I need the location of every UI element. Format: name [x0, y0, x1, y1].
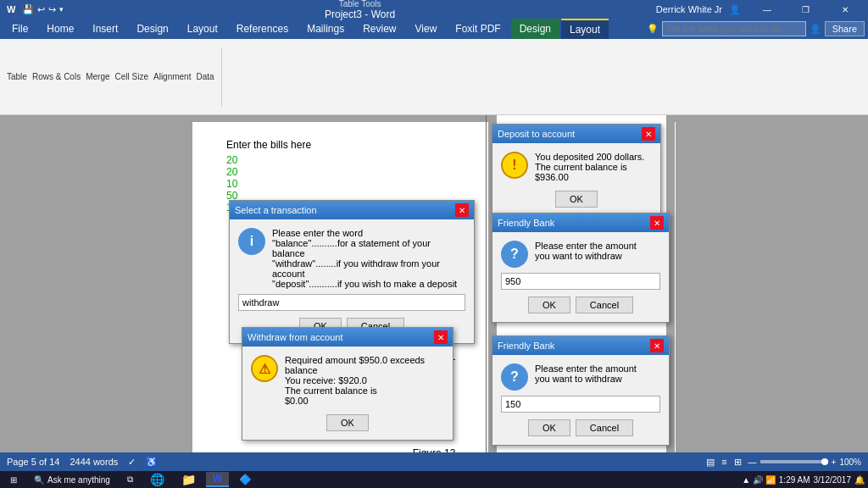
dialog-withdraw-buttons: OK [251, 414, 444, 431]
zoom-out-icon[interactable]: — [748, 458, 757, 467]
tab-design[interactable]: Design [128, 19, 176, 39]
tab-mailings[interactable]: Mailings [298, 19, 353, 39]
dialog-fb1-ok[interactable]: OK [528, 297, 570, 313]
main-area: Enter the bills here 20 20 10 50 100 0 F… [0, 115, 868, 452]
dialog-withdraw-message: Required amount $950.0 exceeds balance Y… [285, 355, 444, 406]
extra-icon: 🔷 [239, 474, 252, 485]
quick-access-redo[interactable]: ↪ [48, 4, 56, 15]
dialog-friendly-bank-2: Friendly Bank ✕ ? Please enter the amoun… [492, 336, 670, 446]
taskbar: ⊞ 🔍 Ask me anything ⧉ 🌐 📁 W 🔷 ▲ 🔊 📶 1:29… [0, 471, 868, 488]
dialog-transaction-message: Please enter the word "balance".........… [272, 228, 465, 289]
page-separator [486, 115, 487, 452]
tab-file[interactable]: File [3, 19, 36, 39]
search-button[interactable]: 🔍 Ask me anything [27, 472, 117, 487]
title-bar: W 💾 ↩ ↪ ▾ Table Tools Project3 - Word De… [0, 0, 868, 19]
extra-app-icon[interactable]: 🔷 [232, 472, 259, 487]
view-icon-print[interactable]: ▤ [706, 457, 715, 468]
dialog-fb1-close[interactable]: ✕ [650, 216, 664, 230]
tab-table-design[interactable]: Design [511, 19, 559, 39]
view-icon-web[interactable]: ≡ [721, 457, 726, 467]
dialog-withdraw-close[interactable]: ✕ [434, 330, 448, 344]
dialog-transaction-titlebar: Select a transaction ✕ [230, 201, 474, 219]
windows-icon: ⊞ [10, 475, 17, 485]
chrome-icon[interactable]: 🌐 [143, 472, 171, 487]
quick-access-save[interactable]: 💾 [22, 4, 34, 15]
transaction-input[interactable] [238, 294, 465, 311]
dialog-transaction-msg4: "deposit"...........if you wish to make … [272, 279, 465, 289]
tab-home[interactable]: Home [38, 19, 82, 39]
dialog-fb1-title: Friendly Bank [498, 218, 554, 228]
quick-access-undo[interactable]: ↩ [37, 4, 45, 15]
system-tray-icons: ▲ 🔊 📶 [742, 475, 775, 485]
dialog-deposit-title: Deposit to account [498, 129, 575, 139]
ribbon-toolbar: Table Rows & Cols Merge Cell Size Alignm… [0, 39, 868, 115]
dialog-withdraw-titlebar: Withdraw from account ✕ [242, 328, 453, 347]
file-explorer-icon[interactable]: 📁 [175, 472, 203, 487]
user-name: Derrick White Jr [656, 4, 722, 14]
restore-button[interactable]: ❐ [787, 0, 826, 19]
dialog-transaction-icon: i [238, 228, 265, 255]
accessibility-icon[interactable]: ♿ [146, 457, 158, 468]
word-taskbar-item[interactable]: W [206, 472, 229, 487]
dialog-withdraw-ok[interactable]: OK [326, 414, 369, 431]
tab-layout[interactable]: Layout [179, 19, 226, 39]
share-button[interactable]: Share [825, 21, 865, 36]
start-button[interactable]: ⊞ [3, 472, 24, 487]
toolbar-group-alignment: Alignment [153, 72, 191, 81]
search-icon: 🔍 [34, 475, 44, 485]
dialog-deposit-buttons: OK [501, 191, 652, 208]
dialog-transaction-body: i Please enter the word "balance".......… [230, 219, 474, 343]
minimize-button[interactable]: — [748, 0, 787, 19]
dialog-withdraw-msg1: Required amount $950.0 exceeds balance [285, 355, 444, 375]
dialog-fb1-cancel[interactable]: Cancel [576, 297, 633, 313]
lightbulb-icon: 💡 [647, 24, 659, 35]
dialog-fb2-close[interactable]: ✕ [650, 339, 664, 352]
dialog-fb2-cancel[interactable]: Cancel [576, 419, 633, 436]
ribbon-tabs: File Home Insert Design Layout Reference… [0, 19, 868, 39]
user-account-icon[interactable]: 👤 [810, 24, 821, 35]
dialog-deposit-titlebar: Deposit to account ✕ [492, 125, 660, 143]
close-button[interactable]: ✕ [826, 0, 865, 19]
dialog-fb2-title: Friendly Bank [498, 341, 554, 351]
quick-access-more[interactable]: ▾ [59, 5, 64, 14]
search-input[interactable] [662, 21, 806, 36]
folder-icon: 📁 [181, 473, 196, 486]
dialog-fb2-message: Please enter the amount you want to with… [535, 363, 637, 384]
tab-table-layout[interactable]: Layout [561, 19, 609, 39]
dialog-deposit-close[interactable]: ✕ [642, 127, 655, 141]
dialog-withdraw-msg3: The current balance is [285, 385, 444, 396]
dialog-deposit-msg3: $936.00 [535, 172, 644, 182]
fb1-input[interactable] [501, 273, 660, 290]
clock-time: 1:29 AM [779, 475, 810, 485]
dialog-deposit: Deposit to account ✕ ! You deposited 200… [492, 124, 661, 217]
dialog-deposit-body: ! You deposited 200 dollars. The current… [492, 143, 660, 216]
word-count: 2444 words [70, 457, 118, 467]
account-icon[interactable]: 👤 [729, 4, 741, 15]
dialog-fb2-ok[interactable]: OK [528, 419, 570, 436]
notification-icon[interactable]: 🔔 [854, 475, 865, 485]
tab-foxit[interactable]: Foxit PDF [447, 19, 509, 39]
dialog-withdraw-msg4: $0.00 [285, 396, 444, 406]
dialog-deposit-msg1: You deposited 200 dollars. [535, 152, 644, 162]
dialog-deposit-msg2: The current balance is [535, 162, 644, 172]
zoom-slider[interactable] [760, 460, 828, 463]
dialog-fb2-buttons: OK Cancel [501, 419, 660, 436]
tab-review[interactable]: Review [354, 19, 404, 39]
dialog-deposit-ok[interactable]: OK [555, 191, 598, 208]
proofing-icon[interactable]: ✓ [128, 457, 136, 468]
task-view-icon: ⧉ [127, 474, 133, 485]
dialog-fb1-buttons: OK Cancel [501, 297, 660, 313]
task-view-button[interactable]: ⧉ [120, 472, 140, 487]
dialog-fb1-icon: ? [501, 241, 528, 268]
dialog-transaction-close[interactable]: ✕ [455, 203, 469, 217]
dialog-friendly-bank-1: Friendly Bank ✕ ? Please enter the amoun… [492, 213, 670, 323]
dialog-fb1-message: Please enter the amount you want to with… [535, 241, 637, 261]
tab-insert[interactable]: Insert [84, 19, 126, 39]
zoom-in-icon[interactable]: + [832, 458, 837, 467]
tab-view[interactable]: View [407, 19, 446, 39]
search-label: Ask me anything [47, 475, 110, 485]
tab-references[interactable]: References [228, 19, 297, 39]
view-icon-outline[interactable]: ⊞ [734, 457, 742, 468]
fb2-input[interactable] [501, 396, 660, 413]
zoom-thumb [821, 458, 828, 465]
